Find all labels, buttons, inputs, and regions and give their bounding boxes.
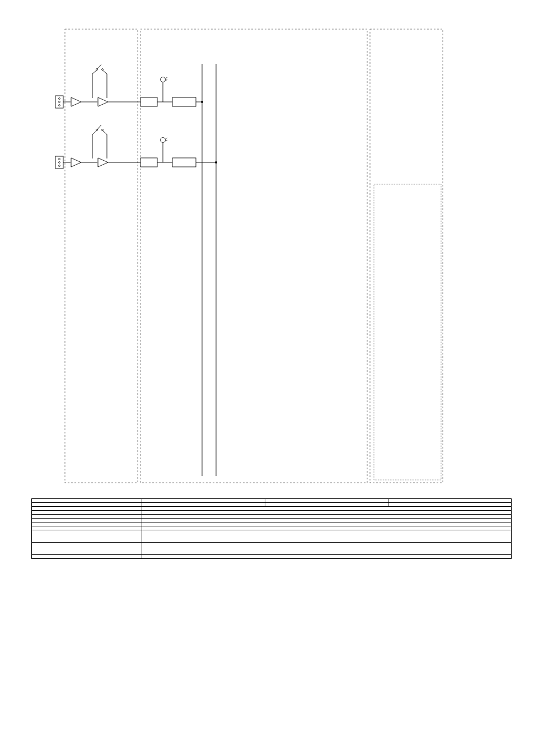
svg-rect-42 — [172, 158, 196, 167]
table-row — [32, 515, 512, 519]
svg-line-22 — [92, 70, 97, 74]
svg-rect-15 — [140, 29, 367, 483]
svg-rect-14 — [65, 29, 138, 483]
table-row — [32, 519, 512, 522]
input2-connector-icon — [55, 156, 63, 169]
table-row — [32, 522, 512, 526]
table-row — [32, 543, 512, 555]
svg-point-31 — [201, 101, 203, 103]
svg-rect-39 — [140, 158, 157, 167]
svg-rect-16 — [370, 29, 443, 483]
input1-pad-amp-icon — [98, 97, 108, 106]
input2-signal-led-icon — [161, 138, 168, 143]
svg-point-44 — [215, 161, 217, 164]
svg-line-35 — [92, 130, 97, 134]
svg-line-23 — [102, 70, 107, 74]
input1-pad-switch-icon — [96, 64, 104, 71]
input2-eba-amp-icon — [71, 158, 81, 167]
input2-pad-amp-icon — [98, 158, 108, 167]
input1-connector-icon — [55, 96, 63, 108]
table-row — [32, 507, 512, 511]
input1-signal-led-icon — [161, 77, 168, 82]
input2-pad-switch-icon — [96, 125, 104, 131]
table-row — [32, 526, 512, 530]
spec-header-ce-gb — [142, 499, 265, 503]
specifications-table — [31, 498, 512, 559]
spec-header-ce-au — [265, 499, 388, 503]
table-row — [32, 530, 512, 543]
table-row — [32, 511, 512, 515]
svg-rect-26 — [140, 97, 157, 106]
svg-rect-29 — [172, 97, 196, 106]
spec-header-version — [32, 499, 142, 503]
table-row — [32, 503, 512, 507]
svg-line-36 — [102, 130, 107, 134]
spec-header-cu — [388, 499, 512, 503]
input1-eba-amp-icon — [71, 97, 81, 106]
svg-rect-45 — [374, 184, 441, 480]
block-diagram — [31, 18, 490, 488]
table-row — [32, 555, 512, 559]
